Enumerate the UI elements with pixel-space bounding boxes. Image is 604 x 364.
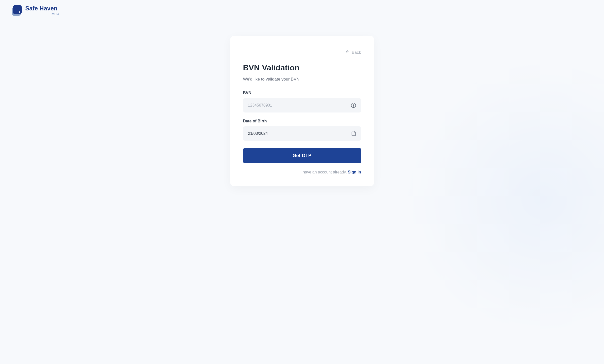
brand-name: Safe Haven	[25, 5, 59, 11]
bvn-label: BVN	[243, 91, 361, 95]
page-subtitle: We'd like to validate your BVN	[243, 77, 361, 82]
header: Safe Haven MFB	[0, 0, 604, 21]
info-icon[interactable]	[351, 103, 356, 108]
dob-input[interactable]	[243, 126, 361, 141]
svg-rect-4	[352, 132, 355, 136]
arrow-left-icon	[345, 50, 350, 55]
signin-prompt-text: I have an account already,	[300, 170, 348, 174]
dob-label: Date of Birth	[243, 119, 361, 123]
page-title: BVN Validation	[243, 63, 361, 72]
signin-prompt: I have an account already, Sign In	[243, 170, 361, 174]
bvn-input[interactable]	[243, 98, 361, 112]
logo-text: Safe Haven MFB	[25, 5, 59, 15]
back-label: Back	[352, 50, 361, 55]
sign-in-link[interactable]: Sign In	[348, 170, 361, 174]
bvn-validation-card: Back BVN Validation We'd like to validat…	[230, 36, 374, 186]
svg-point-3	[353, 104, 353, 104]
logo-mark	[12, 5, 23, 16]
back-button[interactable]: Back	[243, 50, 361, 55]
calendar-icon[interactable]	[351, 131, 356, 136]
brand-sub: MFB	[52, 12, 59, 15]
get-otp-button[interactable]: Get OTP	[243, 148, 361, 163]
